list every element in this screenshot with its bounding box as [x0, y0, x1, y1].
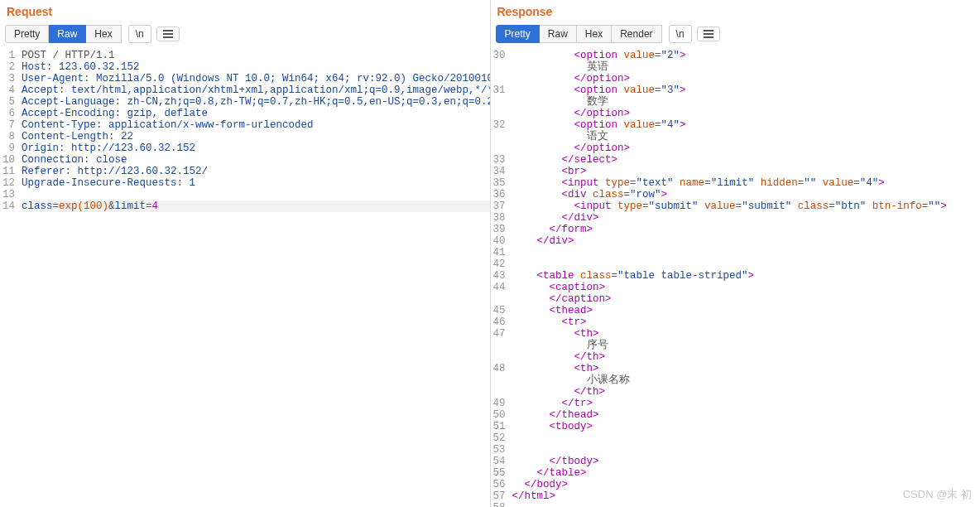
- tab-render[interactable]: Render: [612, 25, 661, 43]
- newline-toggle[interactable]: \n: [128, 25, 151, 43]
- tab-raw[interactable]: Raw: [540, 25, 577, 43]
- watermark: CSDN @末 初: [903, 487, 972, 502]
- response-panel: Response Pretty Raw Hex Render \n 303132…: [491, 0, 981, 507]
- code-body[interactable]: POST / HTTP/1.1Host: 123.60.32.152User-A…: [18, 48, 490, 507]
- request-title: Request: [0, 0, 490, 23]
- wrap-icon[interactable]: [156, 27, 180, 41]
- request-panel: Request Pretty Raw Hex \n 12345678910111…: [0, 0, 491, 507]
- response-viewer[interactable]: 3031323334353637383940414243444546474849…: [491, 48, 981, 507]
- line-gutter: 1234567891011121314: [0, 48, 18, 507]
- tab-pretty[interactable]: Pretty: [5, 25, 49, 43]
- tab-pretty[interactable]: Pretty: [496, 25, 540, 43]
- tab-raw[interactable]: Raw: [49, 25, 86, 43]
- wrap-icon[interactable]: [697, 27, 720, 41]
- line-gutter: 3031323334353637383940414243444546474849…: [491, 48, 509, 507]
- tab-hex[interactable]: Hex: [577, 25, 612, 43]
- newline-toggle[interactable]: \n: [669, 25, 692, 43]
- tab-hex[interactable]: Hex: [86, 25, 121, 43]
- code-body: <option value="2"> 英语 </option> <option …: [509, 48, 981, 507]
- response-title: Response: [491, 0, 981, 23]
- request-editor[interactable]: 1234567891011121314 POST / HTTP/1.1Host:…: [0, 48, 490, 507]
- response-tabs: Pretty Raw Hex Render \n: [491, 23, 981, 48]
- request-tabs: Pretty Raw Hex \n: [0, 23, 490, 48]
